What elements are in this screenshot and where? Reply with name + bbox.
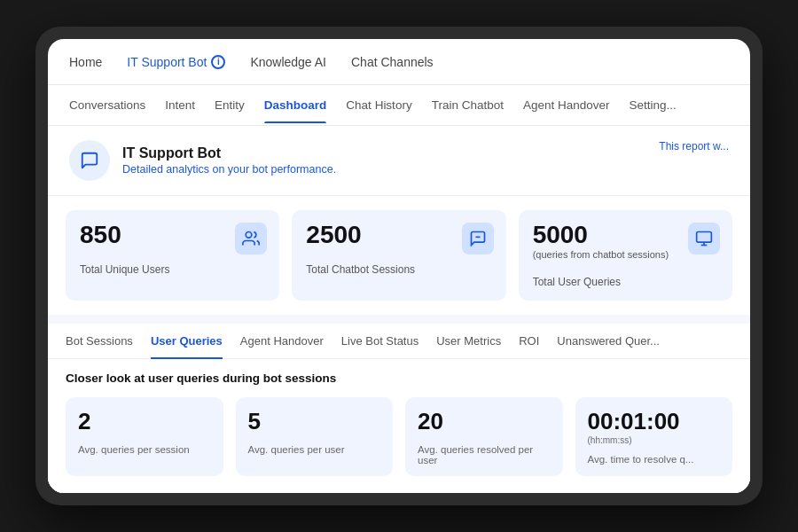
sub-nav-agent-handover[interactable]: Agent Handover: [523, 88, 610, 122]
sub-nav-intent[interactable]: Intent: [165, 88, 195, 122]
metric-resolve-time-label: Avg. time to resolve q...: [588, 454, 721, 465]
metric-card-resolve-time: 00:01:00 (hh:mm:ss) Avg. time to resolve…: [575, 397, 733, 476]
metric-card-queries-per-session: 2 Avg. queries per session: [66, 397, 223, 476]
analytics-tabs: Bot Sessions User Queries Agent Handover…: [48, 324, 750, 359]
bot-info: IT Support Bot Detailed analytics on you…: [122, 145, 336, 176]
main-content: IT Support Bot Detailed analytics on you…: [48, 126, 750, 493]
svg-point-0: [246, 232, 252, 239]
tab-roi[interactable]: ROI: [519, 324, 539, 358]
stat-queries-label: Total User Queries: [533, 276, 718, 288]
chat-sessions-icon: [462, 223, 494, 254]
user-queries-section: Closer look at user queries during bot s…: [48, 359, 750, 493]
sub-nav: Conversations Intent Entity Dashboard Ch…: [48, 85, 750, 126]
metric-resolved-per-user-label: Avg. queries resolved per user: [418, 444, 551, 466]
metric-card-resolved-per-user: 20 Avg. queries resolved per user: [405, 397, 563, 476]
bot-title: IT Support Bot: [122, 145, 336, 161]
queries-icon: [688, 223, 720, 254]
tab-bot-sessions[interactable]: Bot Sessions: [66, 324, 133, 358]
top-nav-it-support-bot[interactable]: IT Support Bot i: [127, 51, 225, 73]
sub-nav-entity[interactable]: Entity: [215, 88, 245, 122]
metric-queries-per-session-number: 2: [78, 408, 211, 435]
bot-header-left: IT Support Bot Detailed analytics on you…: [69, 140, 336, 181]
tab-unanswered-queries[interactable]: Unanswered Quer...: [557, 324, 660, 358]
users-icon: [235, 223, 267, 254]
device-frame: Home IT Support Bot i Knowledge AI Chat …: [35, 27, 763, 505]
metric-queries-per-session-label: Avg. queries per session: [78, 444, 211, 455]
stats-row: 850 Total Unique Users 2500: [48, 196, 750, 315]
metric-resolve-time-number: 00:01:00: [588, 408, 721, 435]
stat-card-queries: 5000 (queries from chatbot sessions) Tot…: [519, 210, 732, 301]
metric-resolve-time-sub: (hh:mm:ss): [588, 435, 721, 445]
sub-nav-conversations[interactable]: Conversations: [69, 88, 145, 122]
sub-nav-dashboard[interactable]: Dashboard: [264, 88, 327, 122]
sub-nav-settings[interactable]: Setting...: [630, 88, 677, 122]
top-nav: Home IT Support Bot i Knowledge AI Chat …: [48, 39, 750, 85]
tab-user-queries[interactable]: User Queries: [151, 324, 223, 358]
metric-card-queries-per-user: 5 Avg. queries per user: [236, 397, 394, 476]
bot-avatar: [69, 140, 110, 181]
bot-header: IT Support Bot Detailed analytics on you…: [48, 126, 750, 196]
metric-cards-row: 2 Avg. queries per session 5 Avg. querie…: [66, 397, 732, 476]
section-title: Closer look at user queries during bot s…: [66, 372, 732, 385]
bot-subtitle: Detailed analytics on your bot performan…: [122, 163, 336, 176]
top-nav-chat-channels[interactable]: Chat Channels: [351, 51, 434, 73]
report-link[interactable]: This report w...: [659, 140, 729, 153]
tab-agent-handover[interactable]: Agent Handover: [240, 324, 324, 358]
tab-live-bot-status[interactable]: Live Bot Status: [341, 324, 419, 358]
sub-nav-train-chatbot[interactable]: Train Chatbot: [432, 88, 504, 122]
top-nav-home[interactable]: Home: [69, 51, 102, 73]
tab-user-metrics[interactable]: User Metrics: [436, 324, 501, 358]
stat-sessions-label: Total Chatbot Sessions: [306, 263, 491, 276]
stat-card-sessions: 2500 Total Chatbot Sessions: [292, 210, 505, 301]
top-nav-knowledge-ai[interactable]: Knowledge AI: [250, 51, 326, 73]
svg-rect-2: [697, 232, 712, 243]
stat-unique-users-label: Total Unique Users: [80, 263, 265, 276]
metric-queries-per-user-number: 5: [248, 408, 381, 435]
metric-resolved-per-user-number: 20: [418, 408, 551, 435]
stat-card-users: 850 Total Unique Users: [66, 210, 279, 301]
info-icon: i: [211, 55, 225, 69]
sub-nav-chat-history[interactable]: Chat History: [346, 88, 411, 122]
screen: Home IT Support Bot i Knowledge AI Chat …: [48, 39, 750, 493]
metric-queries-per-user-label: Avg. queries per user: [248, 444, 381, 455]
